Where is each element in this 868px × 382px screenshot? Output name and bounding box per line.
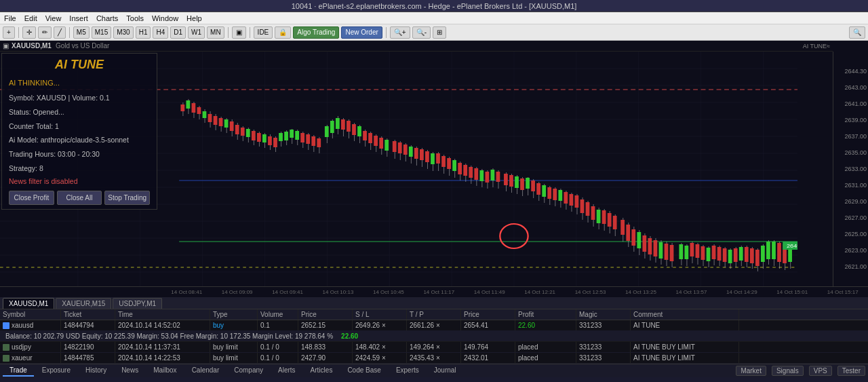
tab-history[interactable]: History — [79, 365, 113, 377]
row2-comment: AI TUNE BUY LIMIT — [631, 342, 739, 352]
tab-mailbox[interactable]: Mailbox — [146, 365, 183, 377]
svg-rect-53 — [241, 128, 245, 136]
chart-symbol-label: XAUUSD,M1 — [12, 42, 52, 50]
menu-edit[interactable]: Edit — [24, 14, 37, 22]
toolbar-zoom-out[interactable]: 🔍- — [412, 26, 431, 39]
menu-charts[interactable]: Charts — [96, 14, 118, 22]
tab-articles[interactable]: Articles — [304, 365, 340, 377]
close-profit-button[interactable]: Close Profit — [9, 191, 54, 205]
row1-ticket: 14844794 — [61, 320, 115, 330]
tab-company[interactable]: Company — [227, 365, 270, 377]
price-label-3: 2641.00 — [844, 100, 867, 107]
svg-rect-55 — [246, 129, 250, 137]
tab-trade[interactable]: Trade — [3, 365, 34, 377]
toolbar-line[interactable]: ╱ — [54, 26, 66, 39]
svg-rect-51 — [235, 125, 239, 134]
algo-trading-button[interactable]: Algo Trading — [293, 26, 339, 39]
tab-exposure[interactable]: Exposure — [35, 365, 77, 377]
toolbar-draw[interactable]: ✏ — [38, 26, 52, 39]
tab-experts[interactable]: Experts — [389, 365, 426, 377]
svg-rect-125 — [441, 156, 446, 167]
tf-mn[interactable]: MN — [207, 26, 224, 39]
toolbar-crosshair[interactable]: ✛ — [22, 26, 36, 39]
menu-bar: File Edit View Insert Charts Tools Windo… — [0, 12, 868, 24]
svg-rect-169 — [564, 192, 568, 204]
row2-price: 148.833 — [298, 342, 353, 352]
toolbar-ide[interactable]: IDE — [254, 26, 273, 39]
tf-m5[interactable]: M5 — [73, 26, 90, 39]
menu-help[interactable]: Help — [186, 14, 202, 22]
tab-journal[interactable]: Journal — [427, 365, 463, 377]
menu-insert[interactable]: Insert — [69, 14, 88, 22]
ai-model: Ai Model: anthropic/claude-3.5-sonnet — [9, 134, 150, 146]
tf-h1[interactable]: H1 — [136, 26, 151, 39]
svg-rect-161 — [542, 185, 546, 197]
price-label-4: 2639.00 — [844, 117, 867, 123]
svg-rect-131 — [458, 163, 462, 174]
toolbar-lock[interactable]: 🔒 — [275, 26, 291, 39]
svg-rect-45 — [219, 118, 223, 126]
row1-symbol: xauusd — [0, 320, 61, 330]
symbol-tab-usdjpy[interactable]: USDJPY,M1 — [113, 298, 162, 309]
row1-type: buy — [210, 320, 258, 330]
svg-rect-243 — [772, 242, 776, 259]
row2-sl: 148.402 × — [353, 342, 407, 352]
svg-rect-145 — [496, 172, 500, 182]
svg-rect-31 — [180, 104, 184, 111]
menu-view[interactable]: View — [45, 14, 62, 22]
row3-comment: AI TUNE BUY LIMIT — [631, 353, 739, 363]
table-row: xaueur 14844785 2024.10.14 14:22:53 buy … — [0, 353, 868, 364]
tf-m15[interactable]: M15 — [92, 26, 111, 39]
time-label-1: 14 Oct 09:09 — [212, 289, 262, 295]
svg-rect-239 — [761, 246, 765, 262]
svg-rect-233 — [745, 247, 749, 262]
svg-rect-173 — [575, 195, 579, 208]
tab-alerts[interactable]: Alerts — [271, 365, 302, 377]
svg-rect-177 — [586, 202, 590, 216]
svg-rect-39 — [203, 111, 207, 118]
menu-window[interactable]: Window — [152, 14, 178, 22]
tf-d1[interactable]: D1 — [170, 26, 186, 39]
row1-comment: AI TUNE — [631, 320, 739, 330]
svg-rect-139 — [479, 170, 484, 181]
svg-rect-99 — [368, 133, 372, 143]
row3-magic: 331233 — [576, 353, 631, 363]
stop-trading-button[interactable]: Stop Trading — [104, 191, 150, 205]
tab-news[interactable]: News — [115, 365, 145, 377]
time-label-5: 14 Oct 11:17 — [414, 289, 464, 295]
close-all-button[interactable]: Close All — [57, 191, 102, 205]
market-btn[interactable]: Market — [736, 366, 766, 376]
svg-rect-49 — [230, 121, 234, 131]
symbol-tab-xauusd[interactable]: XAUUSD,M1 — [3, 298, 54, 309]
tf-h4[interactable]: H4 — [153, 26, 168, 39]
menu-file[interactable]: File — [4, 14, 16, 22]
tf-m30[interactable]: M30 — [113, 26, 133, 39]
toolbar-zoom-in[interactable]: 🔍+ — [390, 26, 410, 39]
chart-type-candle[interactable]: ▣ — [232, 26, 246, 39]
tester-btn[interactable]: Tester — [837, 366, 865, 376]
svg-rect-241 — [766, 242, 770, 259]
symbol-icon: ▣ — [3, 42, 9, 50]
toolbar-grid[interactable]: ⊞ — [433, 26, 446, 39]
svg-rect-135 — [469, 167, 473, 178]
new-order-button[interactable]: New Order — [341, 26, 382, 39]
tab-calendar[interactable]: Calendar — [185, 365, 226, 377]
col-volume: Volume — [258, 309, 298, 320]
svg-rect-107 — [393, 141, 397, 152]
symbol-tab-xaueur[interactable]: XAUEUR,M15 — [56, 298, 111, 309]
toolbar-search[interactable]: 🔍 — [849, 26, 865, 39]
menu-tools[interactable]: Tools — [126, 14, 144, 22]
chart-container: ▣ XAUUSD,M1 Gold vs US Dollar AI TUNE≈ A… — [0, 41, 868, 286]
svg-rect-109 — [398, 142, 402, 153]
vps-btn[interactable]: VPS — [809, 366, 832, 376]
row3-tp: 2435.43 × — [407, 353, 461, 363]
signals-btn[interactable]: Signals — [772, 366, 804, 376]
svg-rect-227 — [728, 250, 732, 263]
svg-rect-75 — [300, 133, 304, 142]
toolbar-new-chart[interactable]: + — [3, 26, 15, 39]
tf-w1[interactable]: W1 — [188, 26, 205, 39]
tab-code-base[interactable]: Code Base — [340, 365, 387, 377]
row3-sl: 2424.59 × — [353, 353, 407, 363]
row1-curr-price: 2654.41 — [461, 320, 515, 330]
svg-rect-147 — [504, 174, 508, 185]
